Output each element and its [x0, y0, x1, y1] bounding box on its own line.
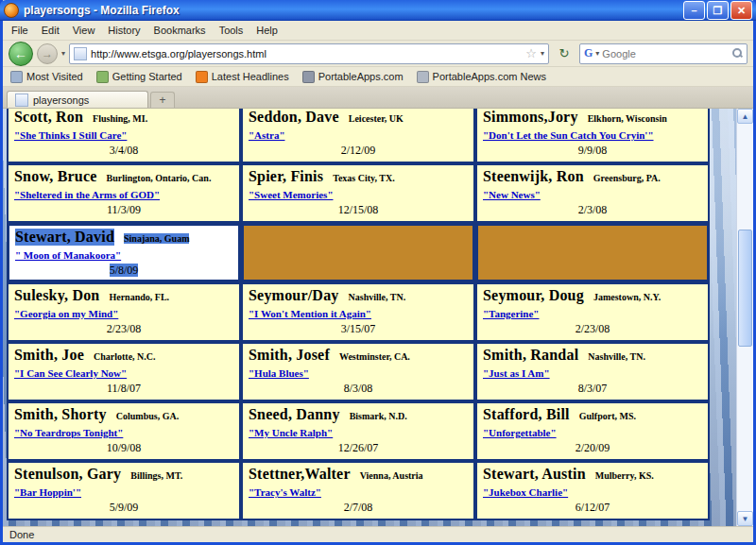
song-link[interactable]: " Moon of Manakoora": [15, 249, 121, 261]
content-area: Scott, RonFlushing, MI."She Thinks I Sti…: [3, 109, 753, 526]
menu-history[interactable]: History: [101, 22, 146, 39]
player-cell: Snow, BruceBurlington, Ontario, Can."She…: [7, 163, 241, 223]
song-link[interactable]: "Sheltered in the Arms of GOD": [14, 189, 160, 200]
player-cell: Smith, JosefWestminster, CA."Hula Blues"…: [241, 342, 475, 401]
player-name: Smith, Randal: [483, 347, 578, 364]
location-bar[interactable]: ☆ ▾: [69, 43, 549, 64]
song-link[interactable]: "Just as I Am": [483, 367, 550, 379]
most-visited-icon: [10, 71, 23, 83]
entry-date: 3/4/08: [110, 144, 139, 157]
player-name: Stewart, David: [15, 229, 114, 246]
bookmarks-toolbar: Most VisitedGetting StartedLatest Headli…: [3, 67, 753, 87]
back-button[interactable]: ←: [9, 42, 33, 66]
entry-date: 10/9/08: [107, 441, 142, 454]
latest-headlines-icon: [196, 71, 208, 83]
search-engine-dropdown-icon[interactable]: ▾: [595, 49, 599, 58]
bookmark-latest-headlines[interactable]: Latest Headlines: [196, 71, 289, 83]
player-name: Stenulson, Gary: [14, 466, 121, 483]
player-name: Seymour/Day: [249, 287, 339, 304]
entry-date: 12/15/08: [338, 203, 379, 216]
player-location: Gulfport, MS.: [579, 411, 636, 421]
player-cell: Sneed, DannyBismark, N.D."My Uncle Ralph…: [241, 401, 475, 461]
player-location: Leicester, UK: [349, 113, 404, 124]
bookmark-label: Getting Started: [112, 71, 182, 82]
bookmark-portableapps-news[interactable]: PortableApps.com News: [417, 71, 546, 83]
scrollbar-thumb[interactable]: [738, 230, 752, 347]
bookmark-most-visited[interactable]: Most Visited: [10, 71, 83, 83]
song-link[interactable]: "Tangerine": [483, 308, 539, 319]
vertical-scrollbar[interactable]: ▲ ▼: [736, 109, 753, 526]
song-link[interactable]: "Hula Blues": [249, 367, 309, 379]
tab-bar: playersongs +: [3, 87, 753, 109]
song-link[interactable]: "New News": [483, 189, 541, 200]
bookmark-portableapps[interactable]: PortableApps.com: [302, 71, 404, 83]
new-tab-button[interactable]: +: [150, 92, 175, 108]
player-location: Greensburg, PA.: [593, 173, 661, 183]
menu-edit[interactable]: Edit: [35, 22, 66, 39]
scroll-down-icon[interactable]: ▼: [737, 511, 753, 526]
search-magnifier-icon[interactable]: [732, 48, 743, 59]
song-link[interactable]: "Don't Let the Sun Catch You Cryin'": [483, 129, 654, 141]
entry-date: 3/15/07: [341, 322, 376, 335]
page-favicon: [74, 47, 87, 60]
song-link[interactable]: "Unforgettable": [483, 427, 557, 438]
reload-button[interactable]: ↻: [553, 43, 576, 64]
url-input[interactable]: [91, 48, 522, 60]
song-link[interactable]: "I Can See Clearly Now": [14, 367, 127, 379]
menu-file[interactable]: File: [5, 22, 35, 39]
song-link[interactable]: "My Uncle Ralph": [249, 427, 333, 438]
player-cell: Seddon, DaveLeicester, UK"Astra"2/12/09: [241, 109, 475, 163]
song-link[interactable]: "Astra": [249, 129, 284, 141]
bookmark-getting-started[interactable]: Getting Started: [96, 71, 182, 83]
player-location: Columbus, GA.: [116, 411, 179, 421]
player-cell: Stewart, AustinMulberry, KS."Jukebox Cha…: [475, 461, 710, 520]
player-name: Seymour, Doug: [483, 287, 584, 304]
player-name: Seddon, Dave: [249, 109, 339, 126]
maximize-button[interactable]: ❐: [707, 1, 729, 20]
song-link[interactable]: "I Won't Mention it Again": [249, 308, 371, 319]
empty-cell: [475, 223, 710, 282]
song-link[interactable]: "No Teardrops Tonight": [14, 427, 123, 438]
song-link[interactable]: "Jukebox Charlie": [483, 486, 568, 498]
player-cell: Stenulson, GaryBillings, MT."Bar Hoppin'…: [7, 461, 241, 520]
player-name: Steenwijk, Ron: [483, 168, 584, 185]
song-link[interactable]: "She Thinks I Still Care": [14, 129, 127, 141]
player-name: Stafford, Bill: [483, 406, 570, 423]
entry-date: 11/3/09: [107, 203, 141, 216]
player-cell: Scott, RonFlushing, MI."She Thinks I Sti…: [7, 109, 241, 163]
bookmark-label: PortableApps.com News: [433, 71, 546, 82]
player-name: Simmons,Jory: [483, 109, 578, 126]
history-dropdown-icon[interactable]: ▾: [61, 49, 65, 58]
entry-date: 8/3/08: [344, 382, 373, 395]
player-name: Smith, Joe: [14, 347, 84, 364]
player-cell: Simmons,JoryElkhorn, Wisconsin"Don't Let…: [475, 109, 710, 163]
menu-bookmarks[interactable]: Bookmarks: [147, 22, 213, 39]
menu-bar: FileEditViewHistoryBookmarksToolsHelp: [3, 21, 753, 41]
close-button[interactable]: ✕: [730, 1, 752, 20]
search-bar[interactable]: G ▾: [579, 43, 747, 64]
player-cell: Spier, FinisTexas City, TX."Sweet Memori…: [241, 163, 475, 223]
getting-started-icon: [96, 71, 109, 83]
scroll-up-icon[interactable]: ▲: [737, 109, 753, 124]
song-link[interactable]: "Georgia on my Mind": [14, 308, 118, 319]
menu-view[interactable]: View: [66, 22, 102, 39]
song-link[interactable]: "Tracy's Waltz": [249, 486, 321, 498]
player-location: Westminster, CA.: [339, 351, 410, 362]
title-bar: playersongs - Mozilla Firefox – ❐ ✕: [0, 0, 756, 21]
bookmark-star-icon[interactable]: ☆: [525, 47, 537, 60]
player-name: Stettner,Walter: [249, 466, 351, 483]
player-name: Sneed, Danny: [249, 406, 340, 423]
entry-date: 12/26/07: [338, 441, 379, 454]
player-location: Bismark, N.D.: [350, 411, 407, 421]
player-location: Vienna, Austria: [360, 470, 423, 481]
menu-tools[interactable]: Tools: [213, 22, 250, 39]
tab-playersongs[interactable]: playersongs: [7, 91, 148, 108]
menu-help[interactable]: Help: [249, 22, 284, 39]
location-dropdown-icon[interactable]: ▾: [541, 49, 544, 58]
forward-button[interactable]: →: [37, 43, 58, 64]
search-input[interactable]: [602, 48, 730, 60]
song-link[interactable]: "Sweet Memories": [249, 189, 333, 200]
minimize-button[interactable]: –: [683, 1, 705, 20]
song-link[interactable]: "Bar Hoppin'": [14, 486, 81, 498]
empty-cell: [241, 223, 475, 282]
